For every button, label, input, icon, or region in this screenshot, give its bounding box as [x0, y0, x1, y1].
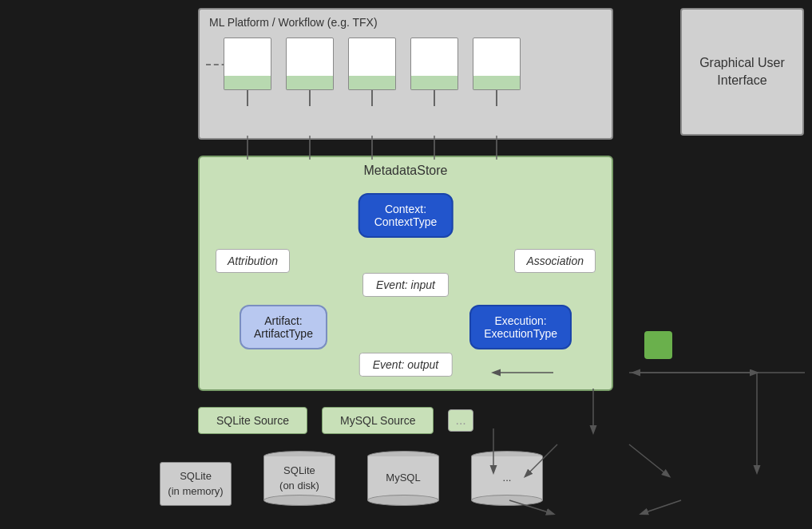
event-output-label: Event: output — [359, 353, 453, 377]
mysql-source-btn: MySQL Source — [322, 407, 434, 434]
pipeline-connector-5 — [496, 90, 497, 106]
db-sqlite-disk-body: SQLite(on disk) — [263, 456, 335, 500]
svg-line-6 — [629, 444, 669, 476]
gui-to-metadata-svg — [607, 64, 687, 160]
gui-box: Graphical User Interface — [680, 8, 804, 136]
event-input-label: Event: input — [362, 273, 449, 297]
db-dots-body: ... — [471, 456, 543, 500]
pipeline-box-green-5 — [473, 76, 521, 90]
pipeline-box-green-1 — [224, 76, 271, 90]
database-row: SQLite(in memory) SQLite(on disk) MySQL … — [160, 451, 543, 506]
pipeline-box-green-3 — [348, 76, 396, 90]
pipeline-connector-4 — [434, 90, 435, 106]
green-square-indicator — [644, 331, 672, 359]
pipeline-box-1 — [224, 38, 271, 77]
pipeline-box-green-2 — [286, 76, 334, 90]
pipeline-components — [224, 38, 521, 106]
pipeline-box-4 — [410, 38, 458, 77]
gui-label: Graphical User Interface — [682, 54, 802, 90]
svg-line-8 — [641, 500, 681, 514]
context-node: Context:ContextType — [358, 193, 454, 238]
db-mysql: MySQL — [367, 451, 439, 506]
association-label: Association — [514, 249, 596, 273]
ml-platform-box: ML Platform / Workflow (e.g. TFX) — [198, 8, 613, 140]
db-sqlite-memory: SQLite(in memory) — [160, 462, 232, 506]
pipeline-connector-3 — [371, 90, 373, 106]
db-dots: ... — [471, 451, 543, 506]
pipeline-box-2 — [286, 38, 334, 77]
pipeline-connector-1 — [247, 90, 248, 106]
cylinder-bottom-3 — [471, 495, 543, 506]
attribution-label: Attribution — [216, 249, 290, 273]
pipeline-box-3 — [348, 38, 396, 77]
source-dots: ... — [448, 409, 473, 432]
db-sqlite-disk: SQLite(on disk) — [263, 451, 335, 506]
execution-node: Execution:ExecutionType — [469, 305, 572, 349]
pipeline-box-5 — [473, 38, 521, 77]
pipeline-box-green-4 — [410, 76, 458, 90]
db-sqlite-memory-box: SQLite(in memory) — [160, 462, 232, 506]
artifact-node: Artifact:ArtifactType — [240, 305, 327, 349]
cylinder-bottom-1 — [263, 495, 335, 506]
metadata-store-box: MetadataStore Context:ContextType Attrib… — [198, 156, 613, 391]
pipeline-connector-2 — [309, 90, 311, 106]
cylinder-bottom-2 — [367, 495, 439, 506]
ml-platform-label: ML Platform / Workflow (e.g. TFX) — [209, 16, 378, 29]
main-diagram: ML Platform / Workflow (e.g. TFX) — [0, 0, 812, 529]
metadata-store-label: MetadataStore — [364, 164, 448, 178]
sqlite-source-btn: SQLite Source — [198, 407, 307, 434]
db-mysql-body: MySQL — [367, 456, 439, 500]
source-row: SQLite Source MySQL Source ... — [198, 407, 473, 434]
